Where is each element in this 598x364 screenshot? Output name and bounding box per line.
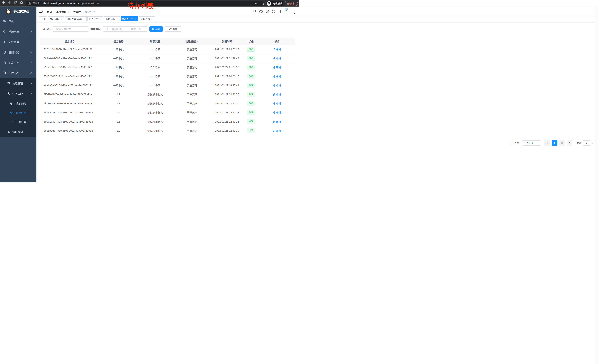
svg-text:?: ? bbox=[266, 10, 268, 12]
svg-text:¥: ¥ bbox=[3, 40, 5, 43]
